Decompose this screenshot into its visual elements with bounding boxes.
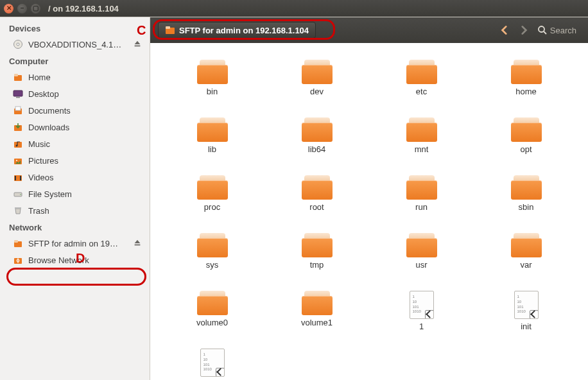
sidebar-item-label: Browse Network — [28, 255, 143, 265]
pictures-icon — [13, 155, 23, 166]
folder-item[interactable]: sbin — [494, 174, 558, 230]
file-label: dev — [310, 87, 324, 96]
window-controls: ✕ – ▢ — [4, 4, 40, 13]
svg-line-29 — [544, 31, 546, 34]
folder-icon — [406, 117, 437, 142]
svg-rect-16 — [20, 176, 21, 180]
location-toolbar: SFTP for admin on 192.168.1.104 Search — [150, 17, 588, 43]
sidebar-item-label: Home — [28, 73, 143, 82]
nav-back-button[interactable] — [495, 22, 514, 39]
folder-item[interactable]: run — [390, 174, 454, 230]
sidebar-item-music[interactable]: Music — [0, 135, 150, 152]
file-label: lib — [208, 144, 216, 154]
file-label: etc — [416, 87, 427, 96]
svg-rect-10 — [14, 142, 22, 148]
folder-item[interactable]: root — [285, 174, 349, 230]
folder-item[interactable]: etc — [390, 58, 454, 115]
folder-icon — [302, 175, 333, 200]
svg-point-18 — [20, 194, 21, 195]
folder-icon — [511, 175, 542, 200]
folder-item[interactable]: lib — [180, 116, 245, 173]
sidebar-item-trash[interactable]: Trash — [0, 202, 150, 219]
file-label: mnt — [415, 144, 429, 154]
window-title: / on 192.168.1.104 — [48, 4, 119, 13]
folder-item[interactable]: var — [494, 232, 558, 288]
svg-rect-15 — [15, 176, 16, 180]
icon-view[interactable]: bindevetchomeliblib64mntoptprocrootrunsb… — [150, 43, 588, 380]
sidebar-header-computer: Computer — [0, 53, 150, 69]
sidebar-item-label: Desktop — [28, 89, 143, 99]
sidebar-item-remote[interactable]: SFTP for admin on 19… — [0, 235, 150, 252]
desktop-icon — [13, 89, 23, 99]
file-item[interactable]: 11010110101 — [390, 289, 454, 346]
file-label: 1 — [419, 322, 424, 331]
folder-item[interactable]: lib64 — [285, 116, 349, 173]
file-label: var — [520, 260, 532, 270]
file-label: root — [309, 202, 324, 212]
trash-icon — [13, 205, 23, 216]
annotation-d-outline — [6, 268, 146, 286]
search-button[interactable]: Search — [533, 22, 580, 38]
folder-item[interactable]: volume0 — [180, 289, 245, 346]
svg-rect-2 — [135, 46, 141, 47]
folder-item[interactable]: usr — [390, 232, 454, 288]
sidebar-item-pictures[interactable]: Pictures — [0, 152, 150, 169]
close-button[interactable]: ✕ — [4, 4, 13, 13]
svg-rect-27 — [166, 26, 170, 29]
sidebar-item-home[interactable]: Home — [0, 69, 150, 85]
folder-item[interactable]: dev — [285, 58, 349, 115]
file-label: lib64 — [308, 144, 325, 154]
sidebar-item-disc[interactable]: VBOXADDITIONS_4.1… — [0, 36, 150, 53]
folder-icon — [406, 175, 437, 200]
file-item[interactable]: 1101011010init — [494, 289, 558, 346]
folder-icon — [302, 60, 333, 84]
nav-forward-button[interactable] — [514, 22, 533, 39]
file-label: bin — [207, 87, 218, 96]
drive-icon — [13, 189, 23, 199]
sidebar-item-label: Trash — [28, 206, 143, 216]
sidebar-header-network: Network — [0, 219, 150, 235]
svg-rect-4 — [14, 74, 18, 76]
folder-item[interactable]: tmp — [285, 232, 349, 288]
folder-item[interactable]: mnt — [390, 116, 454, 173]
folder-item[interactable]: sys — [180, 232, 245, 288]
sidebar-item-label: SFTP for admin on 19… — [28, 239, 128, 248]
svg-rect-8 — [15, 107, 21, 110]
folder-item[interactable]: opt — [494, 116, 558, 173]
maximize-button[interactable]: ▢ — [31, 4, 40, 13]
downloads-icon — [13, 122, 23, 132]
svg-rect-21 — [14, 240, 18, 243]
sidebar-item-desktop[interactable]: Desktop — [0, 85, 150, 102]
path-breadcrumb[interactable]: SFTP for admin on 192.168.1.104 — [158, 22, 316, 39]
sidebar: Devices VBOXADDITIONS_4.1… Computer Home… — [0, 17, 150, 380]
folder-item[interactable]: volume1 — [285, 289, 349, 346]
svg-point-1 — [17, 43, 19, 46]
sidebar-item-network[interactable]: Browse Network — [0, 252, 150, 268]
textfile-link-icon: 1101011010 — [514, 291, 539, 319]
sidebar-item-downloads[interactable]: Downloads — [0, 119, 150, 135]
remote-icon — [13, 238, 23, 248]
file-item[interactable]: 1101011010linuxrc — [180, 347, 245, 380]
svg-rect-5 — [13, 91, 22, 96]
folder-item[interactable]: home — [494, 58, 558, 115]
sidebar-item-label: Pictures — [28, 156, 143, 166]
folder-item[interactable]: bin — [180, 58, 245, 115]
eject-button[interactable] — [133, 39, 143, 49]
folder-icon — [197, 117, 228, 142]
folder-icon — [406, 233, 437, 257]
folder-item[interactable]: proc — [180, 174, 245, 230]
eject-button[interactable] — [133, 238, 143, 248]
file-label: init — [521, 322, 532, 331]
minimize-button[interactable]: – — [17, 4, 27, 13]
videos-icon — [13, 172, 23, 182]
file-pane: SFTP for admin on 192.168.1.104 Search C… — [150, 17, 588, 380]
title-bar: ✕ – ▢ / on 192.168.1.104 — [0, 0, 588, 17]
sidebar-item-videos[interactable]: Videos — [0, 169, 150, 186]
file-label: home — [515, 87, 537, 96]
sidebar-item-label: Music — [28, 139, 143, 149]
file-label: opt — [520, 144, 532, 154]
sidebar-item-drive[interactable]: File System — [0, 186, 150, 202]
textfile-link-icon: 1101011010 — [200, 349, 225, 377]
sidebar-item-documents[interactable]: Documents — [0, 102, 150, 119]
file-label: usr — [415, 260, 427, 270]
